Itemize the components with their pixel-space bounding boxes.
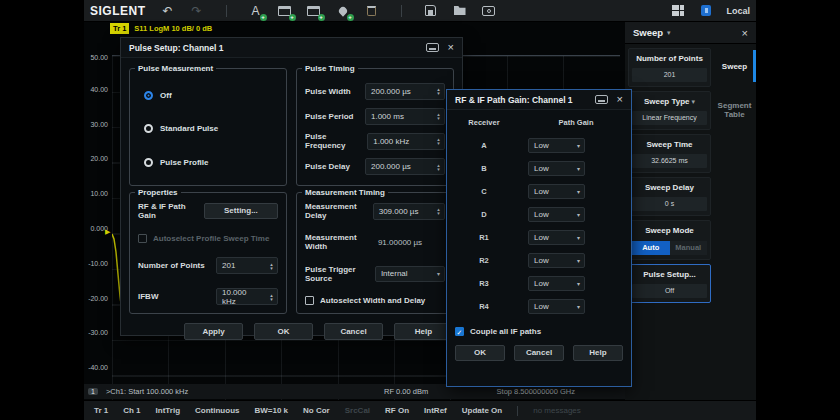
save-button[interactable]: [423, 3, 439, 19]
spinner-arrows-icon[interactable]: ▴▾: [433, 207, 444, 215]
points-spinner[interactable]: 201 ▴▾: [216, 257, 278, 274]
status-item[interactable]: No Cor: [303, 406, 330, 415]
dialog-button[interactable]: Help: [573, 345, 623, 361]
sweep-mode-option[interactable]: Auto: [632, 241, 670, 255]
radio-label: Standard Pulse: [160, 124, 218, 133]
keyboard-icon[interactable]: [595, 95, 608, 104]
sidebar-close-button[interactable]: ×: [742, 27, 748, 39]
couple-if-paths-checkbox[interactable]: ✓ Couple all IF paths: [447, 318, 631, 338]
status-item[interactable]: Continuous: [195, 406, 239, 415]
checkbox-icon: [305, 296, 314, 305]
radio-icon: [144, 158, 153, 167]
field-label: Pulse Width: [305, 87, 351, 96]
ifbw-spinner[interactable]: 10.000 kHz ▴▾: [216, 288, 278, 305]
path-gain-dropdown[interactable]: Low ▾: [528, 138, 585, 153]
status-item[interactable]: Update On: [462, 406, 502, 415]
sweep-delay-value[interactable]: 0 s: [632, 197, 707, 211]
trace-badge[interactable]: Tr 1: [110, 23, 129, 34]
dialog-footer: OK Cancel Help: [447, 338, 631, 361]
add-trace-icon: A: [252, 5, 260, 17]
dialog-titlebar[interactable]: RF & IF Path Gain: Channel 1 ×: [447, 90, 631, 110]
spinner-arrows-icon[interactable]: ▴▾: [433, 137, 444, 145]
field-spinner[interactable]: 200.000 µs ▴▾: [365, 158, 445, 175]
spinner-arrows-icon[interactable]: ▴▾: [266, 293, 277, 301]
status-item[interactable]: BW=10 k: [254, 406, 288, 415]
dialog-button[interactable]: Help: [394, 323, 453, 340]
trigger-source-dropdown[interactable]: Internal ▾: [375, 266, 445, 282]
path-gain-dropdown[interactable]: Low ▾: [528, 184, 585, 199]
sweep-time-value[interactable]: 32.6625 ms: [632, 154, 707, 168]
dialog-title: Pulse Setup: Channel 1: [129, 43, 223, 53]
status-item[interactable]: RF On: [385, 406, 409, 415]
autoselect-width-delay-checkbox[interactable]: Autoselect Width and Delay: [305, 296, 445, 305]
status-item[interactable]: Ch 1: [123, 406, 140, 415]
screenshot-button[interactable]: [481, 3, 497, 19]
redo-button[interactable]: ↷: [189, 3, 205, 19]
trace-settings-label[interactable]: S11 LogM 10 dB/ 0 dB: [134, 24, 212, 33]
measurement-delay-spinner[interactable]: 309.000 µs ▴▾: [373, 203, 445, 220]
receiver-label: R2: [447, 256, 521, 265]
toolbar-buttons: ↶ ↷ A+ + + +: [160, 3, 497, 19]
undo-button[interactable]: ↶: [160, 3, 176, 19]
spinner-arrows-icon[interactable]: ▴▾: [433, 87, 444, 95]
dialog-close-button[interactable]: ×: [448, 42, 454, 53]
chevron-down-icon: ▾: [577, 303, 584, 310]
sidebar-tab[interactable]: Segment Table: [713, 88, 756, 132]
chevron-down-icon: ▾: [437, 270, 444, 277]
status-item[interactable]: IntTrig: [156, 406, 180, 415]
dialog-button[interactable]: Apply: [184, 323, 243, 340]
field-spinner[interactable]: 1.000 ms ▴▾: [365, 108, 445, 125]
open-button[interactable]: [452, 3, 468, 19]
number-of-points-value[interactable]: 201: [632, 68, 707, 82]
delete-button[interactable]: [364, 3, 380, 19]
dialog-button[interactable]: Cancel: [514, 345, 564, 361]
spinner-arrows-icon[interactable]: ▴▾: [266, 262, 277, 270]
pulse-measurement-option[interactable]: Standard Pulse: [144, 124, 278, 133]
path-gain-dropdown[interactable]: Low ▾: [528, 299, 585, 314]
redo-icon: ↷: [191, 5, 201, 17]
sweep-type-value[interactable]: Linear Frequency: [632, 111, 707, 125]
spinner-arrows-icon[interactable]: ▴▾: [433, 112, 444, 120]
status-item[interactable]: IntRef: [424, 406, 447, 415]
add-window-button[interactable]: +: [277, 3, 293, 19]
pulse-setup-control[interactable]: Pulse Setup... Off: [628, 264, 711, 303]
local-status-label[interactable]: Local: [726, 6, 750, 16]
sidebar-title[interactable]: Sweep: [633, 27, 663, 38]
status-item[interactable]: Tr 1: [94, 406, 108, 415]
pulse-measurement-option[interactable]: Pulse Profile: [144, 158, 278, 167]
sweep-time-control[interactable]: Sweep Time 32.6625 ms: [628, 134, 711, 173]
path-gain-dropdown[interactable]: Low ▾: [528, 276, 585, 291]
status-divider: [517, 406, 518, 416]
spinner-arrows-icon[interactable]: ▴▾: [433, 163, 444, 171]
pulse-setup-value[interactable]: Off: [632, 284, 707, 298]
keyboard-icon[interactable]: [426, 43, 439, 52]
status-item[interactable]: SrcCal: [345, 406, 370, 415]
sidebar-tab[interactable]: Sweep: [713, 44, 756, 88]
gain-table-header: Receiver Path Gain: [447, 110, 631, 134]
field-spinner[interactable]: 1.000 kHz ▴▾: [367, 133, 445, 150]
pulse-measurement-option[interactable]: Off: [144, 91, 278, 100]
field-spinner[interactable]: 200.000 µs ▴▾: [365, 83, 445, 100]
sweep-mode-option[interactable]: Manual: [670, 241, 708, 255]
remote-status-button[interactable]: [698, 3, 714, 19]
path-gain-dropdown[interactable]: Low ▾: [528, 253, 585, 268]
dialog-titlebar[interactable]: Pulse Setup: Channel 1 ×: [121, 38, 462, 58]
path-gain-dropdown[interactable]: Low ▾: [528, 230, 585, 245]
window-layout-button[interactable]: [670, 3, 686, 19]
add-marker-button[interactable]: +: [335, 3, 351, 19]
number-of-points-control[interactable]: Number of Points 201: [628, 48, 711, 87]
path-gain-dropdown[interactable]: Low ▾: [528, 207, 585, 222]
autoselect-profile-sweep-time-checkbox[interactable]: Autoselect Profile Sweep Time: [138, 234, 278, 243]
dialog-button[interactable]: Cancel: [324, 323, 383, 340]
dialog-button[interactable]: OK: [254, 323, 313, 340]
chevron-down-icon: ▾: [667, 29, 671, 37]
dialog-close-button[interactable]: ×: [617, 94, 623, 105]
sweep-type-control[interactable]: Sweep Type▾ Linear Frequency: [628, 91, 711, 130]
path-gain-setting-button[interactable]: Setting...: [204, 203, 278, 219]
path-gain-dropdown[interactable]: Low ▾: [528, 161, 585, 176]
add-trace-button[interactable]: A+: [248, 3, 264, 19]
add-sheet-button[interactable]: +: [306, 3, 322, 19]
dialog-button[interactable]: OK: [455, 345, 505, 361]
pulse-timing-field: Pulse Period 1.000 ms ▴▾: [305, 108, 445, 125]
sweep-delay-control[interactable]: Sweep Delay 0 s: [628, 177, 711, 216]
